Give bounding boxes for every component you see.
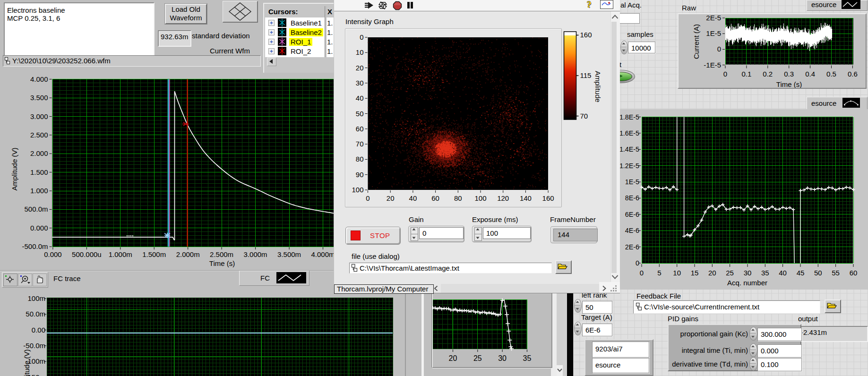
svg-text:Time (s): Time (s) [209,259,235,267]
svg-text:500.000u: 500.000u [72,250,102,258]
svg-text:15: 15 [691,269,699,277]
svg-text:90: 90 [356,171,364,179]
svg-text:55: 55 [832,269,840,277]
svg-text:0.00: 0.00 [32,326,45,334]
svg-text:70: 70 [356,140,364,148]
svg-text:115: 115 [580,71,592,79]
svg-text:40: 40 [779,269,787,277]
svg-text:Time (s): Time (s) [776,80,802,88]
svg-text:60: 60 [850,269,858,277]
svg-text:1.000: 1.000 [30,187,48,195]
svg-text:30: 30 [356,79,364,87]
svg-text:8E-6: 8E-6 [625,194,639,202]
svg-text:60: 60 [356,125,364,133]
svg-text:25: 25 [726,269,734,277]
svg-text:45: 45 [797,269,805,277]
svg-text:30: 30 [744,269,752,277]
svg-text:60: 60 [431,194,439,202]
svg-text:1.4E-5: 1.4E-5 [619,145,639,153]
svg-text:0.5: 0.5 [826,70,836,78]
svg-text:35: 35 [523,354,532,362]
svg-text:120: 120 [497,194,509,202]
svg-text:80: 80 [356,155,364,163]
svg-text:Acq. number: Acq. number [727,279,767,287]
svg-text:0: 0 [360,33,363,41]
svg-text:Amplitude (V): Amplitude (V) [10,148,18,191]
svg-text:70: 70 [580,112,588,120]
svg-text:1.6E-5: 1.6E-5 [619,129,639,137]
svg-text:0: 0 [366,194,370,202]
svg-text:-1E-5: -1E-5 [704,61,721,69]
svg-text:0.1: 0.1 [741,70,751,78]
svg-text:10: 10 [356,48,364,56]
svg-text:40: 40 [409,194,417,202]
svg-text:4E-6: 4E-6 [625,227,639,234]
svg-text:1.500m: 1.500m [142,250,166,258]
svg-text:500.0m: 500.0m [24,205,48,213]
svg-text:160: 160 [580,31,592,39]
svg-text:3.000m: 3.000m [244,250,267,258]
svg-text:0.000: 0.000 [44,250,62,258]
svg-text:0: 0 [723,70,727,78]
svg-text:3.000: 3.000 [30,112,48,120]
svg-text:Amplitude: Amplitude [594,71,602,103]
svg-text:0.6: 0.6 [848,70,858,78]
svg-text:1.8E-5: 1.8E-5 [619,113,639,121]
svg-text:2.500: 2.500 [30,131,48,139]
svg-text:2E-5: 2E-5 [706,14,721,22]
svg-text:50.0m: 50.0m [26,310,45,318]
svg-text:4.000: 4.000 [30,75,48,83]
svg-text:1E-5: 1E-5 [625,178,639,186]
svg-text:0.4: 0.4 [805,70,815,78]
svg-text:Current (A): Current (A) [692,24,700,59]
svg-text:80: 80 [454,194,462,202]
svg-text:0.3: 0.3 [784,70,794,78]
svg-text:0: 0 [636,259,639,267]
svg-text:1.500: 1.500 [30,168,48,176]
svg-text:0: 0 [717,45,721,53]
svg-text:0.2: 0.2 [763,70,773,78]
svg-text:100m: 100m [27,294,45,302]
svg-text:Amplitude (V): Amplitude (V) [23,350,31,376]
svg-text:2.000: 2.000 [30,149,48,157]
svg-text:5: 5 [657,269,661,277]
svg-text:2.000m: 2.000m [176,250,200,258]
svg-text:50: 50 [356,110,364,118]
svg-text:100: 100 [474,194,486,202]
svg-text:50: 50 [814,269,822,277]
svg-text:-500.0m: -500.0m [22,242,48,250]
svg-text:1.2E-5: 1.2E-5 [619,162,639,170]
svg-text:3.500: 3.500 [30,94,48,102]
svg-text:20: 20 [387,194,395,202]
svg-text:20: 20 [449,354,457,362]
svg-text:4.000m: 4.000m [311,250,335,258]
svg-text:2E-6: 2E-6 [625,243,639,251]
svg-text:1.000m: 1.000m [109,250,132,258]
svg-text:160: 160 [542,194,554,202]
svg-text:0: 0 [640,269,644,277]
svg-text:100: 100 [352,186,363,194]
svg-text:35: 35 [761,269,769,277]
svg-text:6E-6: 6E-6 [625,211,639,218]
svg-text:-50.0m: -50.0m [23,342,45,350]
svg-text:30: 30 [498,354,507,362]
svg-text:140: 140 [520,194,532,202]
svg-text:20: 20 [708,269,716,277]
svg-text:2.500m: 2.500m [210,250,233,258]
svg-text:10: 10 [673,269,681,277]
svg-text:40: 40 [356,94,364,102]
svg-text:1E-5: 1E-5 [706,29,721,37]
svg-text:25: 25 [473,354,482,362]
svg-text:0.000: 0.000 [30,224,48,232]
svg-text:20: 20 [356,64,364,72]
svg-text:3.500m: 3.500m [277,250,301,258]
